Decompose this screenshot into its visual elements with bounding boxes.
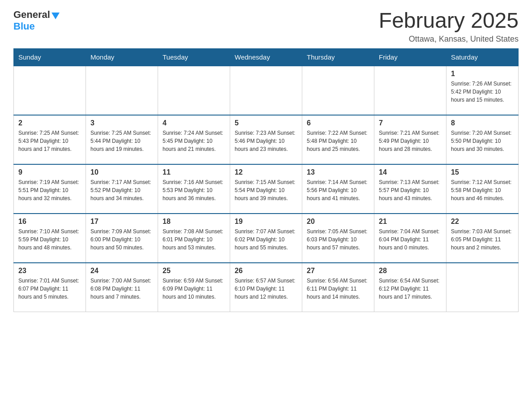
day-number: 7 xyxy=(379,119,442,127)
day-number: 3 xyxy=(90,119,153,127)
day-header-saturday: Saturday xyxy=(446,48,519,66)
day-number: 1 xyxy=(451,70,514,78)
day-number: 2 xyxy=(18,119,81,127)
day-info: Sunrise: 7:05 AM Sunset: 6:03 PM Dayligh… xyxy=(307,227,369,252)
day-info: Sunrise: 6:56 AM Sunset: 6:11 PM Dayligh… xyxy=(307,277,369,301)
week-row-4: 16Sunrise: 7:10 AM Sunset: 5:59 PM Dayli… xyxy=(14,214,519,263)
day-info: Sunrise: 7:16 AM Sunset: 5:53 PM Dayligh… xyxy=(163,178,225,202)
day-number: 10 xyxy=(90,168,153,176)
day-info: Sunrise: 7:25 AM Sunset: 5:43 PM Dayligh… xyxy=(18,129,81,153)
calendar-cell: 28Sunrise: 6:54 AM Sunset: 6:12 PM Dayli… xyxy=(374,263,446,312)
day-number: 14 xyxy=(379,168,442,176)
calendar-cell: 21Sunrise: 7:04 AM Sunset: 6:04 PM Dayli… xyxy=(374,214,446,263)
month-title: February 2025 xyxy=(379,9,519,33)
calendar-cell: 18Sunrise: 7:08 AM Sunset: 6:01 PM Dayli… xyxy=(158,214,230,263)
day-number: 15 xyxy=(451,168,514,176)
calendar-cell xyxy=(14,66,86,115)
day-info: Sunrise: 7:24 AM Sunset: 5:45 PM Dayligh… xyxy=(163,129,225,153)
week-row-1: 1Sunrise: 7:26 AM Sunset: 5:42 PM Daylig… xyxy=(14,66,519,115)
location-text: Ottawa, Kansas, United States xyxy=(379,34,519,44)
day-info: Sunrise: 6:59 AM Sunset: 6:09 PM Dayligh… xyxy=(163,277,225,301)
calendar-cell xyxy=(374,66,446,115)
day-info: Sunrise: 7:10 AM Sunset: 5:59 PM Dayligh… xyxy=(18,227,81,252)
week-row-3: 9Sunrise: 7:19 AM Sunset: 5:51 PM Daylig… xyxy=(14,164,519,214)
week-row-2: 2Sunrise: 7:25 AM Sunset: 5:43 PM Daylig… xyxy=(14,115,519,164)
day-number: 9 xyxy=(18,168,81,176)
calendar-cell xyxy=(158,66,230,115)
calendar-cell: 9Sunrise: 7:19 AM Sunset: 5:51 PM Daylig… xyxy=(14,164,86,214)
day-number: 21 xyxy=(379,218,442,226)
day-info: Sunrise: 7:13 AM Sunset: 5:57 PM Dayligh… xyxy=(379,178,442,202)
day-number: 28 xyxy=(379,267,442,275)
day-number: 12 xyxy=(235,168,297,176)
day-info: Sunrise: 7:14 AM Sunset: 5:56 PM Dayligh… xyxy=(307,178,369,202)
day-number: 6 xyxy=(307,119,369,127)
day-number: 25 xyxy=(163,267,225,275)
day-info: Sunrise: 7:08 AM Sunset: 6:01 PM Dayligh… xyxy=(163,227,225,252)
day-header-wednesday: Wednesday xyxy=(230,48,302,66)
day-info: Sunrise: 6:54 AM Sunset: 6:12 PM Dayligh… xyxy=(379,277,442,301)
calendar-cell: 19Sunrise: 7:07 AM Sunset: 6:02 PM Dayli… xyxy=(230,214,302,263)
calendar-cell: 22Sunrise: 7:03 AM Sunset: 6:05 PM Dayli… xyxy=(446,214,519,263)
day-info: Sunrise: 7:00 AM Sunset: 6:08 PM Dayligh… xyxy=(90,277,153,301)
calendar-cell: 13Sunrise: 7:14 AM Sunset: 5:56 PM Dayli… xyxy=(302,164,374,214)
calendar-cell: 11Sunrise: 7:16 AM Sunset: 5:53 PM Dayli… xyxy=(158,164,230,214)
calendar-cell: 20Sunrise: 7:05 AM Sunset: 6:03 PM Dayli… xyxy=(302,214,374,263)
logo: General Blue xyxy=(13,9,60,32)
calendar-cell: 1Sunrise: 7:26 AM Sunset: 5:42 PM Daylig… xyxy=(446,66,519,115)
day-info: Sunrise: 7:03 AM Sunset: 6:05 PM Dayligh… xyxy=(451,227,514,252)
day-number: 26 xyxy=(235,267,297,275)
calendar-cell xyxy=(302,66,374,115)
day-info: Sunrise: 7:20 AM Sunset: 5:50 PM Dayligh… xyxy=(451,129,514,153)
page-header: General Blue February 2025 Ottawa, Kansa… xyxy=(13,9,519,44)
day-info: Sunrise: 7:07 AM Sunset: 6:02 PM Dayligh… xyxy=(235,227,297,252)
calendar-cell: 8Sunrise: 7:20 AM Sunset: 5:50 PM Daylig… xyxy=(446,115,519,164)
title-block: February 2025 Ottawa, Kansas, United Sta… xyxy=(379,9,519,44)
day-header-sunday: Sunday xyxy=(14,48,86,66)
calendar-cell: 12Sunrise: 7:15 AM Sunset: 5:54 PM Dayli… xyxy=(230,164,302,214)
day-number: 19 xyxy=(235,218,297,226)
day-number: 5 xyxy=(235,119,297,127)
calendar-cell xyxy=(86,66,158,115)
calendar-cell: 23Sunrise: 7:01 AM Sunset: 6:07 PM Dayli… xyxy=(14,263,86,312)
day-info: Sunrise: 7:19 AM Sunset: 5:51 PM Dayligh… xyxy=(18,178,81,202)
day-info: Sunrise: 7:15 AM Sunset: 5:54 PM Dayligh… xyxy=(235,178,297,202)
day-info: Sunrise: 7:26 AM Sunset: 5:42 PM Dayligh… xyxy=(451,80,514,104)
day-header-friday: Friday xyxy=(374,48,446,66)
calendar-table: SundayMondayTuesdayWednesdayThursdayFrid… xyxy=(13,48,519,313)
day-number: 23 xyxy=(18,267,81,275)
calendar-header-row: SundayMondayTuesdayWednesdayThursdayFrid… xyxy=(14,48,519,66)
day-info: Sunrise: 6:57 AM Sunset: 6:10 PM Dayligh… xyxy=(235,277,297,301)
day-header-tuesday: Tuesday xyxy=(158,48,230,66)
logo-general-text: General xyxy=(13,9,50,21)
logo-triangle-icon xyxy=(51,13,60,19)
calendar-cell xyxy=(230,66,302,115)
calendar-cell: 24Sunrise: 7:00 AM Sunset: 6:08 PM Dayli… xyxy=(86,263,158,312)
day-info: Sunrise: 7:04 AM Sunset: 6:04 PM Dayligh… xyxy=(379,227,442,252)
day-info: Sunrise: 7:17 AM Sunset: 5:52 PM Dayligh… xyxy=(90,178,153,202)
calendar-cell: 7Sunrise: 7:21 AM Sunset: 5:49 PM Daylig… xyxy=(374,115,446,164)
day-number: 8 xyxy=(451,119,514,127)
day-number: 22 xyxy=(451,218,514,226)
calendar-cell: 25Sunrise: 6:59 AM Sunset: 6:09 PM Dayli… xyxy=(158,263,230,312)
day-number: 27 xyxy=(307,267,369,275)
day-number: 4 xyxy=(163,119,225,127)
calendar-cell xyxy=(446,263,519,312)
day-number: 11 xyxy=(163,168,225,176)
calendar-cell: 27Sunrise: 6:56 AM Sunset: 6:11 PM Dayli… xyxy=(302,263,374,312)
day-number: 18 xyxy=(163,218,225,226)
day-number: 13 xyxy=(307,168,369,176)
calendar-cell: 5Sunrise: 7:23 AM Sunset: 5:46 PM Daylig… xyxy=(230,115,302,164)
day-info: Sunrise: 7:23 AM Sunset: 5:46 PM Dayligh… xyxy=(235,129,297,153)
calendar-cell: 6Sunrise: 7:22 AM Sunset: 5:48 PM Daylig… xyxy=(302,115,374,164)
calendar-cell: 26Sunrise: 6:57 AM Sunset: 6:10 PM Dayli… xyxy=(230,263,302,312)
logo-blue-text: Blue xyxy=(13,21,35,32)
day-info: Sunrise: 7:09 AM Sunset: 6:00 PM Dayligh… xyxy=(90,227,153,252)
day-number: 20 xyxy=(307,218,369,226)
day-header-thursday: Thursday xyxy=(302,48,374,66)
day-info: Sunrise: 7:25 AM Sunset: 5:44 PM Dayligh… xyxy=(90,129,153,153)
day-info: Sunrise: 7:21 AM Sunset: 5:49 PM Dayligh… xyxy=(379,129,442,153)
day-header-monday: Monday xyxy=(86,48,158,66)
day-info: Sunrise: 7:12 AM Sunset: 5:58 PM Dayligh… xyxy=(451,178,514,202)
day-number: 24 xyxy=(90,267,153,275)
